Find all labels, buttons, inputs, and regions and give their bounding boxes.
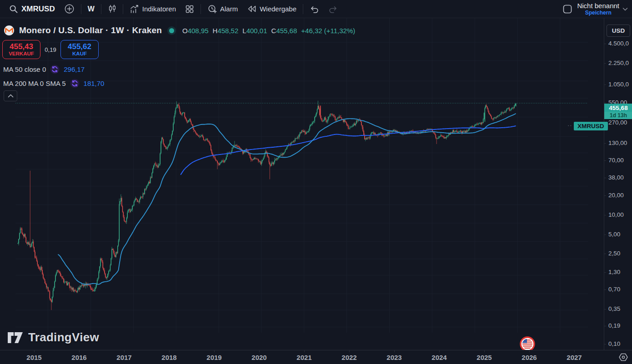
collapse-legend-button[interactable] <box>4 90 17 101</box>
price-tick-mark <box>604 234 606 235</box>
ohlc-values: O408,95 H458,52 L400,01 C455,68 +46,32 (… <box>182 27 355 35</box>
current-price-value: 455,68 <box>604 104 632 112</box>
save-layout-button[interactable]: Speichern <box>585 10 612 16</box>
price-tick-mark <box>604 178 606 178</box>
time-tick-mark <box>214 350 215 352</box>
rewind-icon <box>247 5 256 13</box>
price-tick-mark <box>604 272 606 273</box>
layout-title[interactable]: Nicht benannt Speichern <box>577 2 619 16</box>
price-tick-mark <box>604 215 606 215</box>
alarm-label: Alarm <box>220 5 238 13</box>
layout-square-icon[interactable] <box>562 4 572 14</box>
toolbar-separator <box>123 4 123 14</box>
price-tick-label: 5,00 <box>608 231 620 238</box>
price-tick-label: 0,10 <box>608 340 620 348</box>
price-tick-mark <box>604 63 606 64</box>
chart-style-button[interactable] <box>103 2 121 16</box>
undo-icon <box>310 5 319 13</box>
time-tick-label: 2022 <box>339 354 360 361</box>
buy-price: 455,62 <box>68 42 91 51</box>
buy-button[interactable]: 455,62 KAUF <box>60 40 99 59</box>
redo-icon <box>328 5 338 13</box>
currency-toggle-button[interactable]: USD <box>607 25 630 37</box>
indicator-row-ma200[interactable]: MA 200 MA 0 SMA 5 181,70 <box>3 78 104 89</box>
time-tick-label: 2021 <box>294 354 315 361</box>
indicator-row-ma50[interactable]: MA 50 close 0 296,17 <box>3 64 85 75</box>
toolbar-separator <box>201 4 201 14</box>
price-tick-mark <box>604 103 606 103</box>
chevron-down-icon[interactable] <box>622 6 628 12</box>
close-label: C <box>271 27 276 35</box>
price-tick-label: 0,35 <box>608 305 620 313</box>
refresh-icon[interactable] <box>70 79 80 88</box>
time-tick-label: 2015 <box>24 354 45 361</box>
toolbar-separator <box>101 4 101 14</box>
time-tick-label: 2019 <box>204 354 225 361</box>
price-tick-mark <box>604 344 606 344</box>
price-tick-mark <box>604 143 606 144</box>
time-tick-label: 2020 <box>249 354 270 361</box>
indicators-icon <box>130 5 139 14</box>
top-toolbar: XMRUSD W <box>0 0 632 18</box>
market-status-dot[interactable] <box>169 28 174 33</box>
time-tick-mark <box>484 350 485 352</box>
time-tick-mark <box>394 350 395 352</box>
time-tick-label: 2026 <box>519 354 540 361</box>
open-label: O <box>182 27 188 35</box>
sell-button[interactable]: 455,43 VERKAUF <box>2 40 40 59</box>
alarm-button[interactable]: Alarm <box>203 2 242 16</box>
price-chart[interactable] <box>0 18 604 350</box>
time-tick-mark <box>529 350 530 352</box>
series-symbol-badge[interactable]: XMRUSD <box>574 122 608 130</box>
price-tick-label: 70,00 <box>608 157 624 164</box>
bar-countdown: 1d 13h <box>604 112 632 119</box>
time-tick-mark <box>79 350 80 352</box>
chart-area[interactable]: Monero / U.S. Dollar · 1W · Kraken O408,… <box>0 18 604 350</box>
price-tick-label: 2,50 <box>608 250 620 257</box>
ma50-value: 296,17 <box>64 65 85 73</box>
interval-button[interactable]: W <box>83 2 99 16</box>
ma200-value: 181,70 <box>84 80 105 87</box>
time-tick-label: 2018 <box>159 354 180 361</box>
symbol-name: XMRUSD <box>21 5 55 14</box>
time-axis[interactable]: 2015201620172018201920202021202220232024… <box>0 350 632 364</box>
undo-button[interactable] <box>305 2 324 16</box>
refresh-icon[interactable] <box>50 65 60 74</box>
time-tick-label: 2025 <box>474 354 495 361</box>
time-tick-mark <box>439 350 440 352</box>
buy-label: KAUF <box>72 51 87 57</box>
price-tick-mark <box>604 195 606 196</box>
low-label: L <box>242 27 246 35</box>
toolbar-separator <box>81 4 81 14</box>
badge-drag-dots[interactable]: ·· <box>567 122 572 129</box>
redo-button[interactable] <box>324 2 342 16</box>
tradingview-watermark[interactable]: TradingView <box>7 330 99 344</box>
indicators-button[interactable]: Indikatoren <box>125 2 181 16</box>
time-tick-mark <box>259 350 260 352</box>
time-tick-mark <box>304 350 305 352</box>
time-tick-label: 2027 <box>564 354 585 361</box>
axis-settings-gear-icon[interactable] <box>618 352 629 363</box>
price-tick-label: 0,70 <box>608 286 620 293</box>
candlestick-style-icon <box>108 5 116 13</box>
price-tick-label: 20,00 <box>608 192 624 199</box>
plus-circle-icon <box>64 4 75 14</box>
symbol-search-button[interactable]: XMRUSD <box>5 2 60 16</box>
price-tick-mark <box>604 254 606 254</box>
time-tick-label: 2024 <box>429 354 450 361</box>
price-tick-mark <box>604 44 606 44</box>
time-tick-mark <box>349 350 350 352</box>
time-tick-mark <box>124 350 125 352</box>
price-tick-mark <box>604 309 606 309</box>
compare-add-button[interactable] <box>60 2 79 16</box>
time-tick-mark <box>574 350 575 352</box>
time-tick-mark <box>169 350 170 352</box>
playback-button[interactable]: Wiedergabe <box>242 2 301 16</box>
layout-name: Nicht benannt <box>577 2 619 10</box>
time-tick-label: 2016 <box>69 354 90 361</box>
price-tick-mark <box>604 289 606 290</box>
symbol-title[interactable]: Monero / U.S. Dollar · 1W · Kraken <box>19 25 162 35</box>
price-axis[interactable]: USD 4.500,02.250,01.050,0550,00270,00130… <box>604 18 632 350</box>
price-tick-mark <box>604 160 606 161</box>
templates-button[interactable] <box>181 2 199 16</box>
